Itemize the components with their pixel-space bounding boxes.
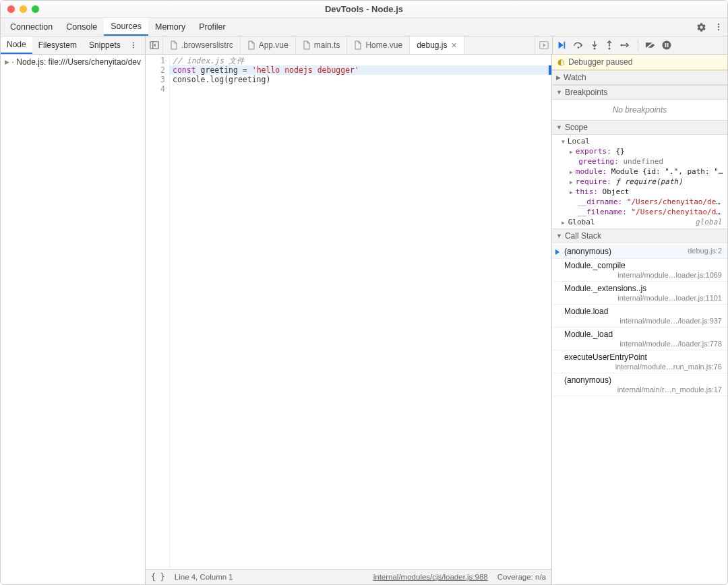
svg-rect-21 bbox=[665, 43, 667, 47]
scope-module[interactable]: ▶module: Module {id: ".", path: "/Use… bbox=[552, 166, 727, 177]
window: DevTools - Node.js Connection Console So… bbox=[0, 0, 728, 585]
filetab-debug-js[interactable]: debug.js ✕ bbox=[410, 36, 464, 54]
step-icon[interactable] bbox=[620, 41, 631, 49]
scope-filename[interactable]: __filename: "/Users/chenyitao/dev/pl… bbox=[552, 207, 727, 217]
chevron-right-icon: ▶ bbox=[556, 74, 561, 81]
tree-root[interactable]: ▶ Node.js: file:///Users/chenyitao/dev bbox=[1, 55, 145, 69]
navigator-pane[interactable]: ▶ Node.js: file:///Users/chenyitao/dev bbox=[1, 55, 146, 584]
editor-statusbar: { } Line 4, Column 1 internal/modules/cj… bbox=[146, 569, 551, 584]
svg-point-14 bbox=[593, 47, 595, 49]
callstack-frame[interactable]: (anonymous)internal/main/r…n_module.js:1… bbox=[552, 373, 727, 396]
coverage-label: Coverage: n/a bbox=[497, 573, 546, 581]
tab-memory[interactable]: Memory bbox=[148, 18, 192, 36]
navtab-more-icon[interactable] bbox=[127, 36, 140, 54]
navtab-node[interactable]: Node bbox=[1, 36, 32, 54]
svg-rect-11 bbox=[564, 42, 566, 49]
callstack-body: (anonymous)debug.js:2Module._compileinte… bbox=[552, 243, 727, 398]
svg-point-3 bbox=[133, 42, 134, 44]
scope-require[interactable]: ▶require: ƒ require(path) bbox=[552, 177, 727, 187]
file-icon bbox=[303, 40, 311, 50]
navtab-filesystem[interactable]: Filesystem bbox=[32, 36, 83, 54]
scope-exports[interactable]: ▶exports: {} bbox=[552, 146, 727, 156]
code-editor[interactable]: 1234 // index.js 文件 const greeting = 'he… bbox=[146, 55, 551, 569]
more-icon[interactable] bbox=[710, 18, 727, 36]
svg-point-18 bbox=[620, 44, 622, 46]
svg-marker-10 bbox=[559, 42, 564, 49]
pause-exceptions-icon[interactable] bbox=[662, 40, 671, 50]
scope-local[interactable]: ▼Local bbox=[552, 136, 727, 146]
file-icon bbox=[247, 40, 255, 50]
gear-icon bbox=[12, 58, 13, 67]
section-scope[interactable]: ▼Scope bbox=[552, 120, 727, 135]
svg-point-2 bbox=[718, 29, 719, 30]
callstack-frame[interactable]: executeUserEntryPointinternal/module…run… bbox=[552, 350, 727, 373]
main-toolbar: Connection Console Sources Memory Profil… bbox=[1, 18, 727, 36]
minimize-window-button[interactable] bbox=[20, 5, 27, 13]
step-out-icon[interactable] bbox=[605, 40, 613, 50]
callstack-frame[interactable]: Module._extensions..jsinternal/module…lo… bbox=[552, 282, 727, 305]
callstack-frame[interactable]: Module.loadinternal/module…/loader.js:93… bbox=[552, 305, 727, 328]
step-over-icon[interactable] bbox=[573, 40, 584, 50]
scope-body: ▼Local ▶exports: {} greeting: undefined … bbox=[552, 135, 727, 228]
callstack-frame[interactable]: (anonymous)debug.js:2 bbox=[552, 245, 727, 259]
status-link[interactable]: internal/modules/cjs/loader.js:988 bbox=[373, 573, 488, 581]
run-snippet-icon[interactable] bbox=[535, 36, 552, 54]
tab-profiler[interactable]: Profiler bbox=[192, 18, 233, 36]
scope-greeting[interactable]: greeting: undefined bbox=[552, 156, 727, 166]
no-breakpoints-label: No breakpoints bbox=[552, 101, 727, 119]
editor-pane: 1234 // index.js 文件 const greeting = 'he… bbox=[146, 55, 552, 584]
warning-icon: ◐ bbox=[557, 57, 564, 67]
svg-point-4 bbox=[133, 44, 134, 46]
svg-point-0 bbox=[718, 24, 719, 25]
chevron-down-icon: ▼ bbox=[556, 124, 562, 131]
navigator-tabs: Node Filesystem Snippets bbox=[1, 36, 146, 54]
tab-console[interactable]: Console bbox=[59, 18, 104, 36]
code-area[interactable]: // index.js 文件 const greeting = 'hello n… bbox=[170, 55, 551, 569]
secondary-bar: Node Filesystem Snippets .browserslistrc… bbox=[1, 36, 727, 55]
debugger-pane: ◐ Debugger paused ▶Watch ▼Breakpoints No… bbox=[552, 55, 727, 584]
section-breakpoints[interactable]: ▼Breakpoints bbox=[552, 85, 727, 100]
step-into-icon[interactable] bbox=[590, 40, 599, 50]
settings-icon[interactable] bbox=[692, 18, 710, 36]
svg-point-12 bbox=[578, 47, 580, 49]
svg-point-20 bbox=[663, 41, 671, 50]
filetab-home-vue[interactable]: Home.vue bbox=[347, 36, 410, 54]
deactivate-breakpoints-icon[interactable] bbox=[645, 40, 655, 50]
tree-root-label: Node.js: file:///Users/chenyitao/dev bbox=[16, 57, 141, 67]
traffic-lights bbox=[1, 5, 39, 13]
callstack-frame[interactable]: Module._loadinternal/module…/loader.js:7… bbox=[552, 328, 727, 350]
resume-icon[interactable] bbox=[557, 40, 566, 50]
debugger-controls bbox=[552, 36, 727, 54]
chevron-right-icon: ▶ bbox=[5, 59, 9, 65]
gutter: 1234 bbox=[146, 55, 170, 569]
chevron-down-icon: ▼ bbox=[556, 89, 562, 96]
navtab-snippets[interactable]: Snippets bbox=[83, 36, 127, 54]
pretty-print-icon[interactable]: { } bbox=[151, 572, 165, 582]
section-callstack[interactable]: ▼Call Stack bbox=[552, 228, 727, 243]
filetab-main-ts[interactable]: main.ts bbox=[296, 36, 348, 54]
filetab-app-vue[interactable]: App.vue bbox=[241, 36, 296, 54]
debugger-status: ◐ Debugger paused bbox=[552, 55, 727, 70]
tab-sources[interactable]: Sources bbox=[104, 18, 148, 36]
tab-connection[interactable]: Connection bbox=[3, 18, 59, 36]
main: ▶ Node.js: file:///Users/chenyitao/dev 1… bbox=[1, 55, 727, 584]
section-watch[interactable]: ▶Watch bbox=[552, 70, 727, 85]
svg-marker-9 bbox=[543, 43, 545, 47]
toggle-navigator-icon[interactable] bbox=[146, 36, 163, 54]
scope-this[interactable]: ▶this: Object bbox=[552, 187, 727, 197]
file-icon bbox=[170, 40, 178, 50]
svg-rect-22 bbox=[667, 43, 669, 47]
current-execution-line: const greeting = 'hello nodejs debugger' bbox=[170, 65, 551, 75]
callstack-frame[interactable]: Module._compileinternal/module…loader.js… bbox=[552, 259, 727, 282]
chevron-down-icon: ▼ bbox=[556, 233, 562, 239]
close-icon[interactable]: ✕ bbox=[451, 41, 457, 50]
svg-point-5 bbox=[133, 47, 134, 49]
scope-dirname[interactable]: __dirname: "/Users/chenyitao/dev/pla… bbox=[552, 197, 727, 207]
filetab-browserslistrc[interactable]: .browserslistrc bbox=[163, 36, 241, 54]
titlebar: DevTools - Node.js bbox=[1, 1, 727, 18]
svg-point-1 bbox=[718, 26, 719, 28]
maximize-window-button[interactable] bbox=[32, 5, 39, 13]
close-window-button[interactable] bbox=[7, 5, 15, 13]
cursor-position: Line 4, Column 1 bbox=[175, 573, 233, 581]
scope-global[interactable]: ▶ Globalglobal bbox=[552, 217, 727, 227]
